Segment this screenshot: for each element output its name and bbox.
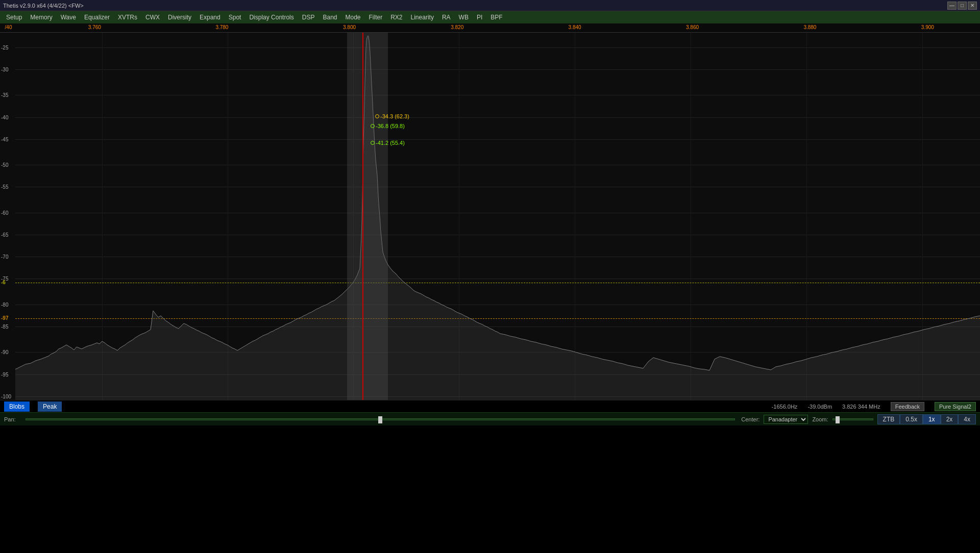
frequency-readout: 3.826 344 MHz — [842, 404, 880, 410]
spectrum-svg — [15, 33, 980, 400]
menu-item-pi[interactable]: PI — [473, 13, 486, 22]
window-title: Thetis v2.9.0 x64 (4/4/22) <FW> — [3, 3, 84, 9]
marker-2: -36.8 (59.8) — [371, 123, 405, 129]
zoom-button-1x[interactable]: 1x — [923, 414, 941, 424]
menu-item-expand[interactable]: Expand — [195, 13, 225, 22]
zoom-button-2x[interactable]: 2x — [941, 414, 959, 424]
db-label: -60 — [1, 210, 8, 215]
feedback-button[interactable]: Feedback — [891, 402, 924, 411]
noise-label-2: -97 — [1, 315, 8, 321]
freq-label: /40 — [5, 24, 12, 30]
menu-item-equalizer[interactable]: Equalizer — [80, 13, 114, 22]
menubar: SetupMemoryWaveEqualizerXVTRsCWXDiversit… — [0, 11, 980, 23]
status-bar: Blobs Peak -1656.0Hz -39.0dBm 3.826 344 … — [0, 400, 980, 412]
menu-item-wave[interactable]: Wave — [57, 13, 80, 22]
menu-item-xvtrs[interactable]: XVTRs — [114, 13, 141, 22]
blobs-button[interactable]: Blobs — [4, 401, 30, 412]
noise-label-1: -6 — [1, 280, 6, 285]
menu-item-dsp[interactable]: DSP — [298, 13, 319, 22]
menu-item-filter[interactable]: Filter — [365, 13, 387, 22]
db-label: -30 — [1, 67, 8, 72]
db-label: -55 — [1, 184, 8, 190]
spectrum-display: -25-30-35-40-45-50-55-60-65-70-75-80-85-… — [0, 33, 980, 400]
menu-item-diversity[interactable]: Diversity — [164, 13, 195, 22]
zoom-label: Zoom: — [812, 416, 828, 422]
freq-label: 3.880 — [803, 24, 816, 30]
freq-label: 3.840 — [569, 24, 581, 30]
selection-band — [347, 33, 388, 400]
menu-item-wb[interactable]: WB — [455, 13, 473, 22]
freq-label: 3.780 — [215, 24, 228, 30]
menu-item-mode[interactable]: Mode — [341, 13, 364, 22]
freq-label: 3.820 — [451, 24, 463, 30]
marker-1: -34.3 (62.3) — [375, 113, 409, 119]
menu-item-rx2[interactable]: RX2 — [386, 13, 406, 22]
center-label: Center: — [741, 416, 760, 422]
freq-label: 3.800 — [343, 24, 356, 30]
vfo-line — [362, 33, 363, 400]
menu-item-band[interactable]: Band — [318, 13, 341, 22]
db-label: -90 — [1, 349, 8, 355]
close-button[interactable]: ✕ — [968, 2, 977, 10]
pure-signal-button[interactable]: Pure Signal2 — [935, 402, 976, 411]
menu-item-ra[interactable]: RA — [438, 13, 455, 22]
status-readouts: -1656.0Hz -39.0dBm 3.826 344 MHz Feedbac… — [772, 402, 976, 411]
marker-3: -41.2 (55.4) — [371, 140, 405, 146]
pan-slider[interactable] — [26, 418, 735, 420]
pan-bar: Pan: Center: Panadapter Zoom: ZTB0.5x1x2… — [0, 412, 980, 425]
minimize-button[interactable]: — — [947, 2, 957, 10]
menu-item-memory[interactable]: Memory — [26, 13, 56, 22]
db-label: -25 — [1, 44, 8, 50]
pan-label: Pan: — [4, 416, 19, 422]
peak-button[interactable]: Peak — [38, 401, 62, 412]
titlebar: Thetis v2.9.0 x64 (4/4/22) <FW> — □ ✕ — [0, 0, 980, 11]
zoom-button-4x[interactable]: 4x — [958, 414, 976, 424]
zoom-slider[interactable] — [832, 418, 873, 420]
db-label: -95 — [1, 371, 8, 377]
freq-label: 3.860 — [686, 24, 699, 30]
db-label: -100 — [1, 393, 11, 399]
db-label: -80 — [1, 301, 8, 307]
maximize-button[interactable]: □ — [958, 2, 967, 10]
zoom-button-0.5x[interactable]: 0.5x — [900, 414, 923, 424]
window-controls[interactable]: — □ ✕ — [947, 2, 977, 10]
db-scale: -25-30-35-40-45-50-55-60-65-70-75-80-85-… — [0, 33, 15, 400]
db-label: -70 — [1, 254, 8, 260]
freq-label: 3.760 — [88, 24, 101, 30]
db-label: -35 — [1, 92, 8, 98]
menu-item-linearity[interactable]: Linearity — [407, 13, 438, 22]
db-label: -40 — [1, 114, 8, 120]
pan-slider-thumb[interactable] — [378, 416, 382, 423]
menu-item-bpf[interactable]: BPF — [486, 13, 506, 22]
db-label: -85 — [1, 324, 8, 330]
freq-label: 3.900 — [921, 24, 934, 30]
svg-marker-0 — [15, 36, 980, 400]
menu-item-spot[interactable]: Spot — [225, 13, 246, 22]
menu-item-cwx[interactable]: CWX — [141, 13, 164, 22]
db-label: -50 — [1, 162, 8, 168]
panadapter-select[interactable]: Panadapter — [764, 415, 808, 424]
frequency-offset: -1656.0Hz — [772, 404, 798, 410]
zoom-button-ZTB[interactable]: ZTB — [877, 414, 900, 424]
menu-item-display-controls[interactable]: Display Controls — [245, 13, 298, 22]
db-label: -45 — [1, 136, 8, 142]
frequency-ruler: /403.7603.7803.8003.8203.8403.8603.8803.… — [0, 23, 980, 33]
zoom-buttons: ZTB0.5x1x2x4x — [877, 414, 976, 424]
menu-item-setup[interactable]: Setup — [2, 13, 26, 22]
zoom-slider-thumb[interactable] — [836, 416, 840, 423]
db-level: -39.0dBm — [807, 404, 832, 410]
db-label: -65 — [1, 232, 8, 238]
